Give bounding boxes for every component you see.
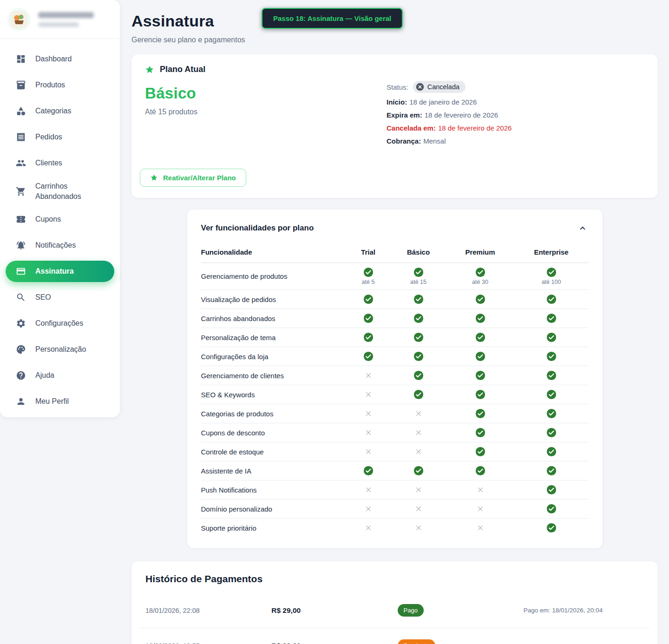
features-column-header: Premium bbox=[446, 248, 514, 256]
sidebar-nav: DashboardProdutosCategoriasPedidosClient… bbox=[0, 39, 120, 422]
plan-info-value: 18 de fevereiro de 2026 bbox=[438, 124, 512, 132]
plan-info-label: Expira em: bbox=[387, 111, 422, 119]
plan-info-line: Cobrança:Mensal bbox=[387, 137, 645, 145]
sidebar-item-produtos[interactable]: Produtos bbox=[6, 74, 114, 96]
check-circle-icon bbox=[475, 332, 485, 342]
dashboard-icon bbox=[15, 53, 26, 65]
x-mark-icon bbox=[477, 524, 484, 532]
payment-date: 18/01/2026, 22:08 bbox=[145, 607, 271, 614]
check-circle-icon bbox=[546, 447, 557, 457]
sidebar-item-categorias[interactable]: Categorias bbox=[6, 100, 114, 122]
sidebar-item-label: Produtos bbox=[35, 80, 65, 90]
sidebar: DashboardProdutosCategoriasPedidosClient… bbox=[0, 0, 120, 417]
sidebar-item-dashboard[interactable]: Dashboard bbox=[6, 48, 114, 70]
check-circle-icon bbox=[413, 332, 424, 342]
feature-limit-note: até 5 bbox=[362, 279, 375, 285]
payment-note: Pago em: 18/01/2026, 20:04 bbox=[524, 607, 649, 614]
feature-included-cell bbox=[514, 408, 589, 419]
check-circle-icon bbox=[475, 447, 485, 457]
main-content: Assinatura Gerencie seu plano e pagament… bbox=[120, 0, 669, 644]
sidebar-item-seo[interactable]: SEO bbox=[6, 287, 114, 308]
payment-amount: R$ 29,00 bbox=[271, 642, 397, 644]
features-column-header: Enterprise bbox=[514, 248, 589, 256]
x-mark-icon bbox=[477, 486, 484, 493]
plan-name: Básico bbox=[145, 85, 387, 102]
feature-excluded-cell bbox=[391, 429, 446, 436]
reactivate-plan-label: Reativar/Alterar Plano bbox=[163, 174, 236, 182]
feature-included-cell bbox=[514, 370, 589, 381]
sidebar-item-label: Pedidos bbox=[35, 132, 62, 142]
feature-row: SEO & Keywords bbox=[201, 385, 589, 404]
x-mark-icon bbox=[415, 524, 422, 532]
check-circle-icon bbox=[363, 332, 374, 342]
check-circle-icon bbox=[546, 523, 557, 533]
reactivate-plan-button[interactable]: Reativar/Alterar Plano bbox=[140, 169, 246, 187]
plan-info-label: Cancelada em: bbox=[387, 124, 436, 132]
features-card-header: Ver funcionalidades por plano bbox=[201, 222, 589, 234]
feature-included-cell bbox=[391, 294, 446, 304]
sidebar-item-meu-perfil[interactable]: Meu Perfil bbox=[6, 391, 114, 412]
payment-status-badge: Pendente bbox=[398, 639, 436, 644]
feature-excluded-cell bbox=[446, 524, 514, 532]
feature-included-cell bbox=[446, 427, 514, 438]
sidebar-item-notificacoes[interactable]: Notificações bbox=[6, 235, 114, 256]
feature-included-cell: até 15 bbox=[391, 267, 446, 285]
check-circle-icon bbox=[413, 267, 424, 277]
feature-included-cell bbox=[446, 370, 514, 381]
plan-columns: Básico Até 15 produtos Status: Cancelada… bbox=[140, 74, 645, 169]
sidebar-item-label: Ajuda bbox=[35, 370, 54, 381]
feature-name: Domínio personalizado bbox=[201, 505, 346, 513]
feature-excluded-cell bbox=[391, 410, 446, 417]
sidebar-item-ajuda[interactable]: Ajuda bbox=[6, 365, 114, 386]
check-circle-icon bbox=[546, 370, 557, 381]
feature-included-cell: até 5 bbox=[346, 267, 391, 285]
feature-included-cell bbox=[446, 408, 514, 419]
feature-excluded-cell bbox=[346, 524, 391, 532]
sidebar-item-configuracoes[interactable]: Configurações bbox=[6, 313, 114, 334]
sidebar-item-label: Dashboard bbox=[35, 54, 72, 64]
plan-info-label: Início: bbox=[387, 98, 407, 106]
sidebar-item-clientes[interactable]: Clientes bbox=[6, 152, 114, 174]
sidebar-item-pedidos[interactable]: Pedidos bbox=[6, 126, 114, 148]
plan-info-lines: Início:18 de janeiro de 2026Expira em:18… bbox=[387, 98, 645, 145]
feature-name: Cupons de desconto bbox=[201, 429, 346, 437]
feature-row: Visualização de pedidos bbox=[201, 290, 589, 309]
check-circle-icon bbox=[546, 313, 557, 323]
payment-date: 18/02/2026, 19:55 bbox=[145, 642, 271, 644]
cancel-circle-icon bbox=[416, 83, 424, 91]
feature-row: Gerenciamento de clientes bbox=[201, 366, 589, 385]
user-role-redacted bbox=[38, 22, 79, 27]
box-icon bbox=[15, 79, 26, 91]
sidebar-item-carrinhos-abandonados[interactable]: Carrinhos Abandonados bbox=[6, 178, 114, 204]
feature-name: Gerenciamento de clientes bbox=[201, 372, 346, 380]
feature-included-cell bbox=[346, 294, 391, 304]
feature-included-cell bbox=[346, 313, 391, 323]
collapse-features-button[interactable] bbox=[577, 222, 589, 234]
ticket-icon bbox=[15, 214, 26, 225]
check-circle-icon bbox=[546, 351, 557, 361]
check-circle-icon bbox=[475, 427, 485, 438]
check-circle-icon bbox=[413, 389, 424, 400]
feature-row: Categorias de produtos bbox=[201, 404, 589, 423]
plan-info-value: Mensal bbox=[423, 137, 446, 145]
feature-excluded-cell bbox=[346, 486, 391, 493]
sidebar-item-assinatura[interactable]: Assinatura bbox=[6, 261, 114, 282]
check-circle-icon bbox=[546, 267, 557, 277]
feature-row: Carrinhos abandonados bbox=[201, 309, 589, 328]
feature-name: Categorias de produtos bbox=[201, 410, 346, 418]
avatar bbox=[7, 8, 31, 31]
sidebar-item-label: Categorias bbox=[35, 106, 71, 116]
feature-included-cell bbox=[514, 504, 589, 514]
plan-info-line: Cancelada em:18 de fevereiro de 2026 bbox=[387, 124, 645, 132]
feature-excluded-cell bbox=[346, 448, 391, 455]
check-circle-icon bbox=[413, 351, 424, 361]
sidebar-item-cupons[interactable]: Cupons bbox=[6, 209, 114, 230]
plan-card-title: Plano Atual bbox=[160, 65, 205, 74]
feature-name: Carrinhos abandonados bbox=[201, 315, 346, 322]
x-mark-icon bbox=[415, 505, 422, 513]
page-subtitle: Gerencie seu plano e pagamentos bbox=[131, 36, 658, 44]
check-circle-icon bbox=[546, 294, 557, 304]
features-card: Ver funcionalidades por plano Funcionali… bbox=[187, 210, 603, 548]
sidebar-item-personalizacao[interactable]: Personalização bbox=[6, 339, 114, 360]
feature-excluded-cell bbox=[346, 505, 391, 513]
